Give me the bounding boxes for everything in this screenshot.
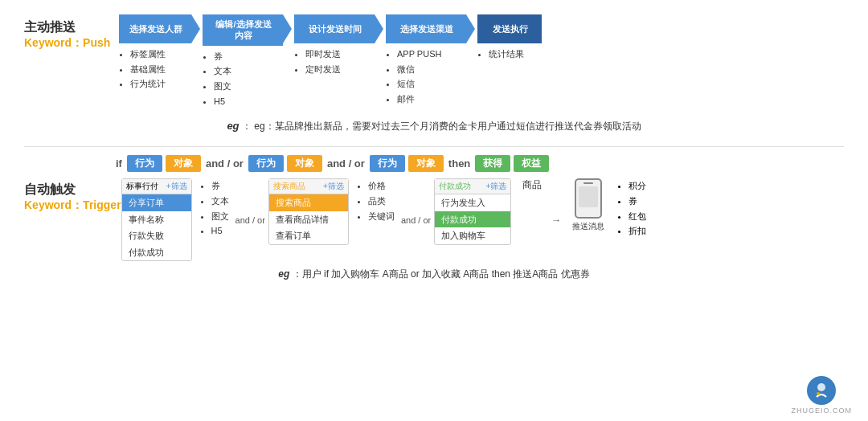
list-item: 统计结果 — [489, 47, 542, 62]
main-container: 主动推送 Keyword：Push 选择发送人群 标签属性 基础属性 行为统计 — [0, 0, 868, 421]
step-3-header: 设计发送时间 — [294, 14, 375, 43]
widget-2-title: 搜索商品 — [273, 181, 305, 192]
obtain-item: 积分 — [628, 178, 646, 194]
bottom-row: 自动触发 Keyword：Trigger 标事行付 +筛选 分享订单 事件名称 … — [24, 178, 844, 261]
obtain-item: 红包 — [628, 209, 646, 224]
widget-1-item-4[interactable]: 付款成功 — [122, 244, 191, 261]
then-keyword: then — [448, 157, 470, 170]
widget-2-add-btn[interactable]: +筛选 — [323, 181, 344, 192]
bottom-keyword: Keyword：Trigger — [24, 198, 121, 213]
widget-1-item-3[interactable]: 行款失败 — [122, 227, 191, 244]
list-item: 券 — [211, 178, 229, 194]
widget-3-item-2[interactable]: 付款成功 — [435, 211, 510, 228]
top-keyword: Keyword：Push — [24, 36, 113, 51]
list-item: H5 — [214, 94, 283, 109]
bottom-list-2: 价格 品类 关键词 — [354, 178, 398, 223]
top-label: 主动推送 Keyword：Push — [24, 14, 113, 51]
list-item: 关键词 — [368, 209, 395, 224]
bottom-list-1: 券 文本 图文 H5 — [197, 178, 232, 239]
widget-1[interactable]: 标事行付 +筛选 分享订单 事件名称 行款失败 付款成功 — [121, 178, 192, 261]
list-item: 定时发送 — [305, 62, 375, 77]
widget-3-item-3[interactable]: 加入购物车 — [435, 227, 510, 244]
step-4: 选择发送渠道 APP PUSH 微信 短信 邮件 — [386, 14, 466, 107]
tag-xingwei-3: 行为 — [370, 155, 405, 172]
step-5: 发送执行 统计结果 — [477, 14, 542, 62]
list-item: 基础属性 — [130, 62, 191, 77]
bottom-obj3: 商品 — [516, 178, 548, 192]
step-3-list: 即时发送 定时发送 — [294, 43, 375, 76]
divider — [24, 146, 844, 147]
list-item: 品类 — [368, 194, 395, 209]
step-2-header-text: 编辑/选择发送内容 — [215, 18, 271, 42]
widget-2-item-3[interactable]: 查看订单 — [269, 227, 348, 244]
logo: ZHUGEIO.COM — [792, 376, 853, 415]
if-keyword: if — [116, 157, 122, 170]
step-5-header: 发送执行 — [477, 14, 542, 43]
and-or-1: and / or — [232, 215, 268, 225]
bottom-step-2: 搜索商品 +筛选 搜索商品 查看商品详情 查看订单 — [268, 178, 349, 245]
step-4-header: 选择发送渠道 — [386, 14, 466, 43]
widget-3-title: 付款成功 — [439, 181, 471, 192]
step-1-header: 选择发送人群 — [119, 14, 191, 43]
list-item: 行为统计 — [130, 76, 191, 92]
tag-xingwei-2: 行为 — [248, 155, 284, 172]
step-2-list: 券 文本 图文 H5 — [203, 46, 283, 109]
top-example-text: eg：某品牌推出新品，需要对过去三个月消费的金卡用户通过短信进行推送代金券领取活… — [254, 121, 641, 132]
svg-point-0 — [817, 383, 825, 391]
list-item: 邮件 — [397, 92, 466, 107]
list-item: 文本 — [211, 194, 229, 209]
phone-icon — [575, 178, 602, 219]
list-item: 图文 — [211, 209, 229, 224]
bottom-example-text: ：用户 if 加入购物车 A商品 or 加入收藏 A商品 then 推送A商品 … — [293, 268, 590, 280]
obj3-label: 商品 — [522, 179, 542, 190]
list-item: 图文 — [214, 79, 283, 94]
tag-duixiang-3: 对象 — [408, 155, 444, 172]
step-1-list: 标签属性 基础属性 行为统计 — [119, 43, 191, 92]
tag-duixiang-1: 对象 — [166, 155, 201, 172]
tag-huode: 获得 — [475, 155, 510, 172]
andor-2: and / or — [327, 157, 365, 170]
logo-text: ZHUGEIO.COM — [792, 407, 853, 415]
list-item: 标签属性 — [130, 47, 191, 62]
list-item: 券 — [214, 49, 283, 64]
tag-xingwei-1: 行为 — [127, 155, 162, 172]
widget-3[interactable]: 付款成功 +筛选 行为发生入 付款成功 加入购物车 — [434, 178, 511, 245]
list-item: 即时发送 — [305, 47, 375, 62]
tag-quanyi: 权益 — [514, 155, 549, 172]
widget-1-add-btn[interactable]: +筛选 — [166, 181, 187, 192]
bottom-example: eg ：用户 if 加入购物车 A商品 or 加入收藏 A商品 then 推送A… — [24, 268, 844, 281]
svg-point-1 — [817, 392, 820, 395]
obtain-item: 券 — [628, 194, 646, 209]
widget-1-item-1[interactable]: 分享订单 — [122, 194, 191, 211]
obtain-item: 折扣 — [628, 223, 646, 239]
widget-3-add-btn[interactable]: +筛选 — [485, 181, 506, 192]
bottom-step-1: 标事行付 +筛选 分享订单 事件名称 行款失败 付款成功 — [121, 178, 192, 261]
list-item: APP PUSH — [397, 47, 466, 62]
logo-circle — [807, 376, 836, 405]
step-2-header: 编辑/选择发送内容 — [203, 14, 283, 46]
bottom-label: 自动触发 Keyword：Trigger — [24, 178, 121, 213]
bottom-section: if 行为 对象 and / or 行为 对象 and / or 行为 对象 t… — [24, 155, 844, 281]
eg-label-2: eg — [278, 268, 289, 280]
phone-label: 推送消息 — [572, 221, 604, 232]
obtain-section: 积分 券 红包 折扣 — [616, 178, 646, 239]
top-example: eg ： eg：某品牌推出新品，需要对过去三个月消费的金卡用户通过短信进行推送代… — [24, 115, 844, 138]
widget-2[interactable]: 搜索商品 +筛选 搜索商品 查看商品详情 查看订单 — [268, 178, 349, 245]
list-item: 价格 — [368, 178, 395, 194]
list-item: 微信 — [397, 62, 466, 77]
step-3: 设计发送时间 即时发送 定时发送 — [294, 14, 375, 76]
widget-1-header: 标事行付 +筛选 — [122, 179, 191, 194]
eg-label: eg — [227, 120, 239, 132]
widget-2-item-2[interactable]: 查看商品详情 — [269, 211, 348, 228]
eg-colon: ： — [242, 121, 252, 132]
widget-3-header: 付款成功 +筛选 — [435, 179, 510, 194]
widget-2-item-1[interactable]: 搜索商品 — [269, 194, 348, 211]
tag-duixiang-2: 对象 — [287, 155, 322, 172]
widget-3-item-1[interactable]: 行为发生入 — [435, 194, 510, 211]
logo-icon — [812, 381, 831, 400]
widget-1-item-2[interactable]: 事件名称 — [122, 211, 191, 228]
list-item: 文本 — [214, 63, 283, 79]
widget-1-title: 标事行付 — [126, 181, 158, 192]
andor-1: and / or — [206, 157, 244, 170]
step-4-list: APP PUSH 微信 短信 邮件 — [386, 43, 466, 107]
